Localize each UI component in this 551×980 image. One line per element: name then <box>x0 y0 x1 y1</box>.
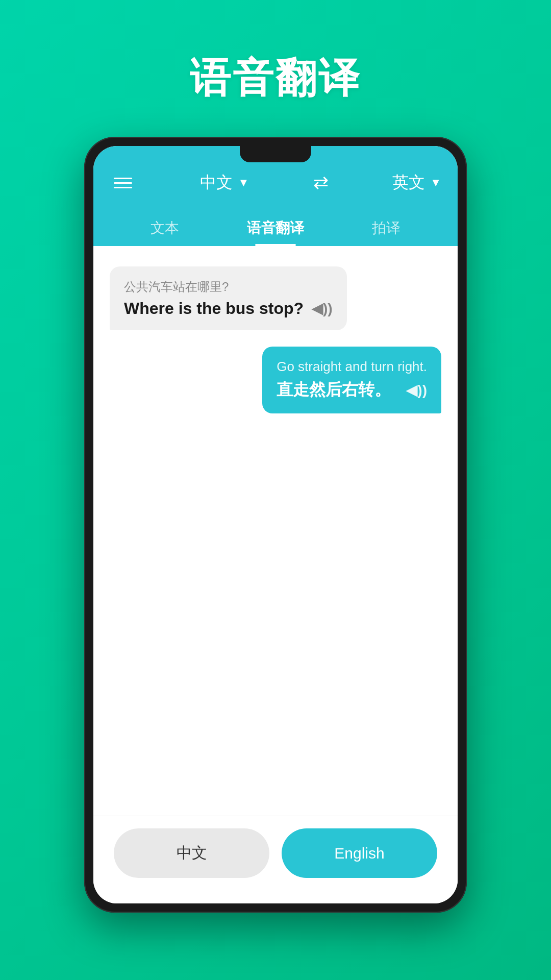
message-bubble-right: Go straight and turn right. 直走然后右转。 ◀)) <box>262 347 441 413</box>
english-language-button[interactable]: English <box>282 828 437 878</box>
message-bubble-left: 公共汽车站在哪里? Where is the bus stop? ◀)) <box>110 266 347 330</box>
chat-area: 公共汽车站在哪里? Where is the bus stop? ◀)) Go … <box>93 246 458 816</box>
tab-voice[interactable]: 语音翻译 <box>220 210 331 246</box>
left-original-text: 公共汽车站在哪里? <box>124 279 333 295</box>
source-language-selector[interactable]: 中文 ▼ <box>200 172 249 194</box>
right-original-text: Go straight and turn right. <box>277 359 427 375</box>
source-dropdown-arrow: ▼ <box>238 176 249 189</box>
menu-button[interactable] <box>110 174 136 192</box>
phone-frame: 中文 ▼ ⇄ 英文 ▼ 文本 语音翻译 <box>84 137 467 913</box>
chinese-language-button[interactable]: 中文 <box>114 828 269 878</box>
header-top: 中文 ▼ ⇄ 英文 ▼ <box>110 172 441 206</box>
tab-bar: 文本 语音翻译 拍译 <box>110 210 441 246</box>
left-translated-text: Where is the bus stop? ◀)) <box>124 299 333 318</box>
app-header: 中文 ▼ ⇄ 英文 ▼ 文本 语音翻译 <box>93 146 458 246</box>
phone-screen: 中文 ▼ ⇄ 英文 ▼ 文本 语音翻译 <box>93 146 458 903</box>
right-sound-icon[interactable]: ◀)) <box>406 382 427 399</box>
target-language-selector[interactable]: 英文 ▼ <box>392 172 441 194</box>
tab-photo[interactable]: 拍译 <box>331 210 441 246</box>
page-title: 语音翻译 <box>190 51 361 106</box>
target-language-label: 英文 <box>392 172 425 194</box>
bottom-bar: 中文 English <box>93 816 458 903</box>
right-translated-text: 直走然后右转。 ◀)) <box>277 379 427 401</box>
target-dropdown-arrow: ▼ <box>430 176 441 189</box>
source-language-label: 中文 <box>200 172 233 194</box>
tab-text[interactable]: 文本 <box>110 210 220 246</box>
left-sound-icon[interactable]: ◀)) <box>312 300 333 317</box>
swap-languages-button[interactable]: ⇄ <box>313 172 329 193</box>
